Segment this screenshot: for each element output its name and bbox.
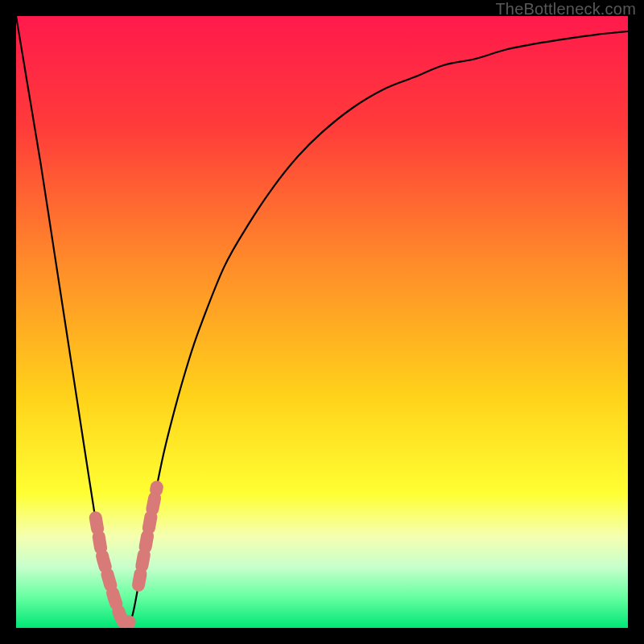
highlight-segment xyxy=(138,487,157,585)
chart-frame: TheBottleneck.com xyxy=(0,0,644,644)
plot-area xyxy=(16,16,628,628)
highlight-segments xyxy=(96,487,157,626)
bottleneck-curve xyxy=(16,16,628,628)
highlight-segment xyxy=(96,518,130,626)
curve-layer xyxy=(16,16,628,628)
watermark-text: TheBottleneck.com xyxy=(495,0,636,19)
